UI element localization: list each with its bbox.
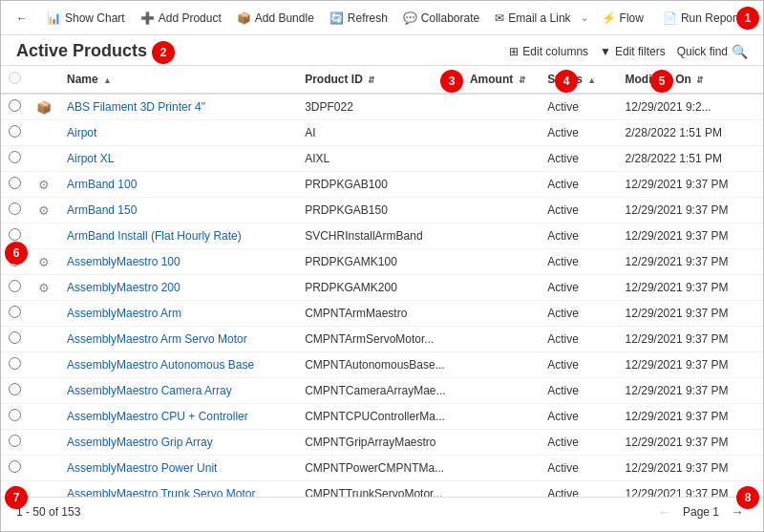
row-amount-cell bbox=[462, 223, 540, 249]
email-link-button[interactable]: ✉ Email a Link bbox=[487, 8, 578, 29]
email-link-chevron[interactable]: ⌄ bbox=[579, 9, 590, 27]
row-icon-cell bbox=[29, 404, 59, 430]
row-radio[interactable] bbox=[9, 254, 21, 266]
row-amount-cell bbox=[462, 172, 540, 198]
add-bundle-button[interactable]: 📦 Add Bundle bbox=[229, 8, 322, 29]
row-status-cell: Active bbox=[540, 352, 617, 378]
row-name-cell: AssemblyMaestro 100 bbox=[59, 249, 297, 275]
row-select-cell bbox=[1, 327, 29, 352]
product-name-link[interactable]: AssemblyMaestro Power Unit bbox=[67, 461, 217, 475]
col-header-icon bbox=[29, 66, 59, 94]
row-radio[interactable] bbox=[9, 151, 21, 163]
row-select-cell bbox=[1, 378, 29, 404]
next-page-button[interactable]: → bbox=[727, 502, 748, 521]
product-name-link[interactable]: ArmBand Install (Flat Hourly Rate) bbox=[67, 229, 242, 243]
product-name-link[interactable]: ABS Filament 3D Printer 4" bbox=[67, 100, 205, 114]
modified-sort-icon: ⇵ bbox=[696, 75, 704, 85]
row-icon-cell bbox=[29, 301, 59, 327]
row-status-cell: Active bbox=[540, 301, 617, 327]
row-modified-cell: 12/29/2021 9:37 PM bbox=[618, 198, 763, 223]
row-modified-cell: 12/29/2021 9:37 PM bbox=[618, 456, 763, 481]
product-name-link[interactable]: Airpot XL bbox=[67, 152, 114, 165]
add-product-button[interactable]: ➕ Add Product bbox=[133, 8, 229, 29]
first-page-button[interactable]: ← bbox=[654, 502, 675, 521]
productid-sort-icon: ⇵ bbox=[368, 75, 375, 85]
row-icon-cell: 📦 bbox=[29, 94, 59, 120]
product-name-link[interactable]: AssemblyMaestro Trunk Servo Motor bbox=[67, 487, 255, 497]
table-row: AssemblyMaestro Camera ArrayCMPNTCameraA… bbox=[1, 378, 763, 404]
back-button[interactable]: ← bbox=[9, 8, 35, 29]
product-name-link[interactable]: Airpot bbox=[67, 126, 96, 139]
row-radio[interactable] bbox=[9, 99, 21, 112]
row-radio[interactable] bbox=[9, 228, 21, 241]
row-name-cell: Airpot bbox=[59, 120, 297, 146]
view-title-chevron[interactable]: ⌄ bbox=[153, 45, 162, 58]
edit-filters-button[interactable]: ▼ Edit filters bbox=[600, 45, 666, 58]
row-icon-cell bbox=[29, 223, 59, 249]
kit-icon: ⚙ bbox=[38, 203, 50, 218]
product-name-link[interactable]: AssemblyMaestro Arm bbox=[67, 307, 181, 320]
row-amount-cell bbox=[462, 301, 540, 327]
row-radio[interactable] bbox=[9, 435, 21, 447]
quick-find-label: Quick find bbox=[677, 45, 728, 58]
email-icon: ✉ bbox=[495, 11, 504, 25]
col-header-amount[interactable]: Amount ⇵ bbox=[462, 66, 540, 94]
product-name-link[interactable]: AssemblyMaestro Autonomous Base bbox=[67, 358, 254, 372]
row-icon-cell bbox=[29, 146, 59, 172]
row-radio[interactable] bbox=[9, 460, 21, 473]
row-radio[interactable] bbox=[9, 202, 21, 215]
select-all-radio[interactable] bbox=[9, 72, 21, 84]
more-options-button[interactable]: ⋮ bbox=[758, 5, 764, 31]
row-radio[interactable] bbox=[9, 486, 21, 497]
row-select-cell bbox=[1, 94, 29, 120]
row-amount-cell bbox=[462, 327, 540, 352]
show-chart-button[interactable]: 📊 Show Chart bbox=[39, 8, 133, 29]
col-header-name[interactable]: Name ▲ bbox=[59, 66, 297, 94]
edit-columns-button[interactable]: ⊞ Edit columns bbox=[509, 45, 588, 58]
table-row: AssemblyMaestro ArmCMPNTArmMaestroActive… bbox=[1, 301, 763, 327]
table-row: AssemblyMaestro Trunk Servo MotorCMPNTTr… bbox=[1, 481, 763, 498]
row-radio[interactable] bbox=[9, 409, 21, 421]
product-name-link[interactable]: AssemblyMaestro 100 bbox=[67, 255, 180, 268]
row-productid-cell: PRDPKGAB100 bbox=[297, 172, 462, 198]
product-name-link[interactable]: AssemblyMaestro Arm Servo Motor bbox=[67, 332, 247, 346]
table-row: ⚙AssemblyMaestro 200PRDPKGAMK200Active12… bbox=[1, 275, 763, 301]
col-header-productid[interactable]: Product ID ⇵ bbox=[297, 66, 462, 94]
row-icon-cell bbox=[29, 378, 59, 404]
product-name-link[interactable]: AssemblyMaestro Camera Array bbox=[67, 384, 232, 397]
footer: 1 - 50 of 153 ← Page 1 → bbox=[1, 497, 763, 526]
run-report-button[interactable]: 📄 Run Report bbox=[655, 8, 747, 29]
col-header-status[interactable]: Status ▲ bbox=[540, 66, 617, 94]
row-radio[interactable] bbox=[9, 383, 21, 395]
refresh-button[interactable]: 🔄 Refresh bbox=[322, 8, 395, 29]
collaborate-button[interactable]: 💬 Collaborate bbox=[395, 8, 487, 29]
row-name-cell: ArmBand Install (Flat Hourly Rate) bbox=[59, 223, 297, 249]
col-header-modified[interactable]: Modified On ⇵ bbox=[618, 66, 763, 94]
product-name-link[interactable]: AssemblyMaestro Grip Array bbox=[67, 436, 213, 449]
flow-button[interactable]: ⚡ Flow bbox=[594, 8, 651, 29]
edit-columns-icon: ⊞ bbox=[509, 45, 519, 58]
row-radio[interactable] bbox=[9, 177, 21, 189]
col-header-select bbox=[1, 66, 29, 94]
row-radio[interactable] bbox=[9, 125, 21, 138]
row-name-cell: AssemblyMaestro 200 bbox=[59, 275, 297, 301]
row-radio[interactable] bbox=[9, 357, 21, 370]
row-modified-cell: 12/29/2021 9:37 PM bbox=[618, 352, 763, 378]
row-status-cell: Active bbox=[540, 327, 617, 352]
search-icon[interactable]: 🔍 bbox=[732, 44, 748, 59]
row-status-cell: Active bbox=[540, 198, 617, 223]
product-name-link[interactable]: ArmBand 100 bbox=[67, 178, 137, 191]
run-report-chevron[interactable]: ⌄ bbox=[747, 9, 758, 27]
row-radio[interactable] bbox=[9, 306, 21, 318]
row-radio[interactable] bbox=[9, 331, 21, 344]
product-name-link[interactable]: ArmBand 150 bbox=[67, 203, 137, 217]
kit-icon: ⚙ bbox=[38, 178, 50, 192]
row-select-cell bbox=[1, 301, 29, 327]
product-name-link[interactable]: AssemblyMaestro 200 bbox=[67, 281, 180, 294]
amount-sort-icon: ⇵ bbox=[519, 75, 526, 85]
row-radio[interactable] bbox=[9, 280, 21, 292]
row-amount-cell bbox=[462, 352, 540, 378]
product-name-link[interactable]: AssemblyMaestro CPU + Controller bbox=[67, 410, 248, 423]
row-select-cell bbox=[1, 146, 29, 172]
row-name-cell: ArmBand 150 bbox=[59, 198, 297, 223]
